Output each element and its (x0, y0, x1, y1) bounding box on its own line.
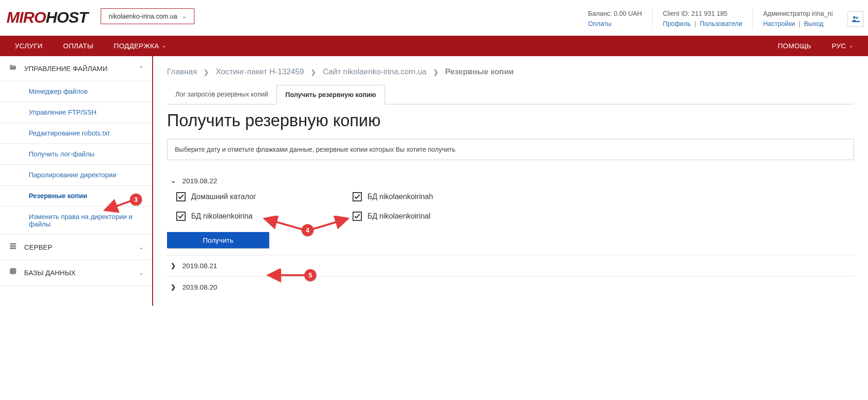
admin-label: Администратор irina_ni (763, 8, 833, 19)
get-backup-button[interactable]: Получить (167, 232, 269, 248)
date-block: ❯ 2019.08.20 (167, 277, 854, 297)
settings-link[interactable]: Настройки (763, 20, 795, 27)
sidebar-item-permissions[interactable]: Изменить права на директории и файлы (0, 206, 152, 235)
date-label: 2019.08.21 (182, 262, 217, 270)
chevron-down-icon: ⌄ (182, 13, 186, 19)
logo[interactable]: MIROHOST (6, 8, 88, 26)
users-icon[interactable] (848, 11, 863, 27)
sidebar-cat-server[interactable]: СЕРВЕР ⌄ (0, 235, 152, 260)
breadcrumb-package[interactable]: Хостинг-пакет H-132459 (216, 67, 304, 76)
client-id-label: Client ID: 211 931 185 (663, 8, 742, 19)
chevron-down-icon: ⌄ (849, 43, 853, 49)
top-nav: УСЛУГИ ОПЛАТЫ ПОДДЕРЖКА ⌄ ПОМОЩЬ РУС ⌄ (0, 36, 868, 56)
chevron-right-icon: ❯ (311, 69, 316, 76)
chevron-down-icon: ⌄ (162, 43, 166, 49)
svg-rect-3 (10, 245, 16, 246)
breadcrumb-site[interactable]: Сайт nikolaenko-irina.com.ua (323, 67, 426, 76)
sidebar: УПРАВЛЕНИЕ ФАЙЛАМИ ⌃ Менеджер файлов Упр… (0, 56, 153, 306)
main-content: Главная ❯ Хостинг-пакет H-132459 ❯ Сайт … (153, 56, 868, 306)
domain-selector-label: nikolaenko-irina.com.ua (109, 13, 177, 20)
date-label: 2019.08.22 (182, 177, 217, 185)
chevron-down-icon: ⌄ (139, 244, 144, 251)
sidebar-item-ftp-ssh[interactable]: Управление FTP/SSH (0, 102, 152, 123)
checkbox-db-nikolaenkoirinah[interactable] (353, 192, 362, 201)
date-toggle[interactable]: ⌄ 2019.08.22 (167, 177, 854, 185)
tabs: Лог запросов резервных копий Получить ре… (167, 85, 854, 104)
chevron-down-icon: ⌄ (139, 269, 144, 276)
profile-link[interactable]: Профиль (663, 20, 691, 27)
svg-rect-4 (10, 247, 16, 249)
page-title: Получить резервную копию (167, 111, 854, 130)
checkbox-label: БД nikolaenkoirinal (367, 212, 431, 220)
sidebar-cat-db[interactable]: БАЗЫ ДАННЫХ ⌄ (0, 260, 152, 286)
info-box: Выберите дату и отметьте флажками данные… (167, 139, 854, 160)
chevron-up-icon: ⌃ (139, 65, 144, 72)
balance-label: Баланс: 0.00 UAH (588, 8, 642, 19)
nav-payments[interactable]: ОПЛАТЫ (53, 36, 103, 56)
svg-point-0 (853, 16, 855, 19)
nav-help[interactable]: ПОМОЩЬ (767, 42, 821, 50)
date-toggle[interactable]: ❯ 2019.08.21 (167, 262, 854, 270)
nav-support[interactable]: ПОДДЕРЖКА ⌄ (103, 36, 176, 56)
checkbox-label: БД nikolaenkoirinah (367, 193, 433, 201)
breadcrumb: Главная ❯ Хостинг-пакет H-132459 ❯ Сайт … (167, 67, 854, 77)
nav-services[interactable]: УСЛУГИ (5, 36, 53, 56)
sidebar-item-file-manager[interactable]: Менеджер файлов (0, 81, 152, 102)
breadcrumb-current: Резервные копии (445, 67, 514, 76)
checkbox-db-nikolaenkoirina[interactable] (176, 212, 186, 221)
date-toggle[interactable]: ❯ 2019.08.20 (167, 283, 854, 291)
users-link[interactable]: Пользователи (700, 20, 742, 27)
sidebar-item-backups[interactable]: Резервные копии (0, 186, 152, 206)
tab-get-backup[interactable]: Получить резервную копию (276, 85, 385, 104)
sidebar-cat-files[interactable]: УПРАВЛЕНИЕ ФАЙЛАМИ ⌃ (0, 56, 152, 81)
svg-point-1 (856, 17, 858, 19)
date-block: ⌄ 2019.08.22 Домашний каталог БД nikolae… (167, 170, 854, 255)
sidebar-item-logs[interactable]: Получить лог-файлы (0, 144, 152, 165)
tab-backup-log[interactable]: Лог запросов резервных копий (167, 85, 276, 104)
checkbox-home-dir[interactable] (176, 192, 186, 201)
date-block: ❯ 2019.08.21 (167, 255, 854, 277)
logout-link[interactable]: Выход (804, 20, 823, 27)
chevron-right-icon: ❯ (433, 69, 438, 76)
checkbox-label: Домашний каталог (191, 193, 256, 201)
checkbox-label: БД nikolaenkoirina (191, 212, 253, 220)
chevron-right-icon: ❯ (204, 69, 209, 76)
payments-link[interactable]: Оплаты (588, 20, 612, 27)
checkbox-db-nikolaenkoirinal[interactable] (353, 212, 362, 221)
sidebar-item-robots[interactable]: Редактирование robots.txt (0, 123, 152, 144)
domain-selector[interactable]: nikolaenko-irina.com.ua ⌄ (101, 8, 194, 24)
breadcrumb-home[interactable]: Главная (167, 67, 197, 76)
chevron-down-icon: ⌄ (171, 177, 176, 184)
database-icon (8, 267, 18, 278)
folder-open-icon (8, 64, 18, 73)
nav-lang[interactable]: РУС ⌄ (822, 42, 863, 50)
date-label: 2019.08.20 (182, 283, 217, 291)
svg-rect-2 (10, 243, 16, 245)
chevron-right-icon: ❯ (171, 284, 176, 290)
server-icon (8, 242, 18, 252)
chevron-right-icon: ❯ (171, 262, 176, 269)
sidebar-item-password-dir[interactable]: Паролирование директории (0, 165, 152, 186)
